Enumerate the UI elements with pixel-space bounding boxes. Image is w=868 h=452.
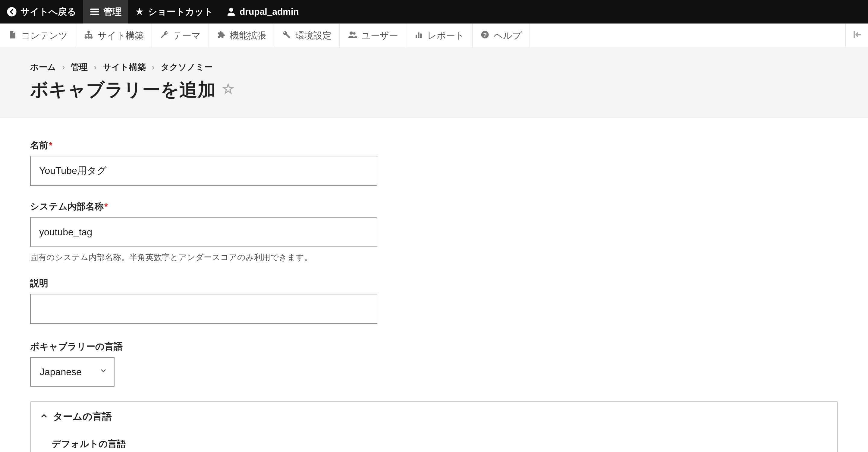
required-marker: *	[104, 201, 108, 211]
wrench-icon	[160, 30, 169, 41]
svg-point-1	[87, 30, 90, 33]
manage-button[interactable]: 管理	[83, 0, 128, 24]
machine-help-text: 固有のシステム内部名称。半角英数字とアンダースコアのみ利用できます。	[30, 252, 838, 263]
svg-point-0	[7, 7, 16, 16]
user-icon	[226, 7, 236, 17]
crumb-home[interactable]: ホーム	[30, 62, 56, 73]
chart-icon	[414, 30, 423, 41]
manage-label: 管理	[103, 6, 121, 18]
menu-structure-label: サイト構築	[98, 30, 144, 42]
menu-help-label: ヘルプ	[494, 30, 522, 42]
menu-config-label: 環境設定	[296, 30, 332, 42]
user-label: drupal_admin	[240, 7, 299, 17]
language-select[interactable]: Japanese	[30, 357, 115, 387]
svg-point-3	[87, 36, 90, 39]
hamburger-icon	[90, 7, 100, 17]
wrench2-icon	[282, 30, 291, 41]
menu-extend[interactable]: 機能拡張	[209, 24, 274, 47]
menu-appearance[interactable]: テーマ	[152, 24, 209, 47]
menu-config[interactable]: 環境設定	[274, 24, 340, 47]
svg-rect-9	[420, 33, 422, 38]
field-language: ボキャブラリーの言語 Japanese	[30, 341, 838, 387]
back-to-site-label: サイトへ戻る	[21, 6, 76, 18]
svg-point-6	[353, 32, 355, 35]
details-summary-label: タームの言語	[53, 410, 112, 423]
toolbar-orientation-toggle[interactable]	[846, 24, 868, 47]
description-label: 説明	[30, 277, 838, 290]
menu-people-label: ユーザー	[361, 30, 398, 42]
menu-help[interactable]: ? ヘルプ	[472, 24, 530, 47]
collapse-icon	[852, 30, 862, 42]
help-icon: ?	[480, 30, 490, 41]
crumb-taxonomy[interactable]: タクソノミー	[161, 62, 213, 73]
name-label: 名前*	[30, 139, 838, 152]
field-machine-name: システム内部名称* 固有のシステム内部名称。半角英数字とアンダースコアのみ利用で…	[30, 200, 838, 263]
back-arrow-icon	[7, 7, 17, 17]
chevron-up-icon	[40, 411, 48, 422]
admin-toolbar: サイトへ戻る 管理 ショートカット drupal_admin	[0, 0, 868, 24]
hierarchy-icon	[84, 30, 93, 41]
puzzle-icon	[217, 30, 226, 41]
menu-structure[interactable]: サイト構築	[76, 24, 152, 47]
svg-point-5	[350, 31, 353, 35]
menu-reports-label: レポート	[427, 30, 464, 42]
svg-text:?: ?	[483, 31, 487, 38]
page-header: ホーム › 管理 › サイト構築 › タクソノミー ボキャブラリーを追加	[0, 48, 868, 118]
menu-reports[interactable]: レポート	[406, 24, 472, 47]
crumb-sep: ›	[94, 62, 96, 72]
svg-rect-7	[415, 35, 417, 38]
crumb-sep: ›	[152, 62, 155, 72]
details-body: デフォルトの言語 サイトのデフォルトの言語 (Japanese)	[31, 432, 837, 452]
required-marker: *	[49, 140, 53, 150]
people-icon	[347, 30, 357, 41]
machine-name-input[interactable]	[30, 217, 377, 247]
admin-menu: コンテンツ サイト構築 テーマ 機能拡張 環境設定 ユーザー レポート ? ヘル…	[0, 24, 868, 48]
field-default-language: デフォルトの言語 サイトのデフォルトの言語 (Japanese)	[52, 438, 816, 452]
svg-rect-8	[418, 32, 420, 38]
star-icon	[135, 7, 144, 17]
back-to-site-button[interactable]: サイトへ戻る	[0, 0, 83, 24]
svg-point-2	[85, 36, 87, 39]
shortcuts-label: ショートカット	[148, 6, 213, 18]
crumb-structure[interactable]: サイト構築	[103, 62, 146, 73]
details-summary[interactable]: タームの言語	[31, 402, 837, 432]
menu-people[interactable]: ユーザー	[340, 24, 406, 47]
breadcrumb: ホーム › 管理 › サイト構築 › タクソノミー	[30, 62, 838, 73]
menu-extend-label: 機能拡張	[230, 30, 266, 42]
name-input[interactable]	[30, 156, 377, 186]
field-name: 名前*	[30, 139, 838, 186]
field-description: 説明	[30, 277, 838, 326]
user-menu-button[interactable]: drupal_admin	[220, 0, 306, 24]
default-language-label: デフォルトの言語	[52, 438, 816, 450]
machine-label: システム内部名称*	[30, 200, 838, 213]
menu-content[interactable]: コンテンツ	[0, 24, 76, 47]
menu-spacer	[530, 24, 846, 47]
description-input[interactable]	[30, 294, 377, 324]
form-content: 名前* システム内部名称* 固有のシステム内部名称。半角英数字とアンダースコアの…	[0, 118, 868, 452]
language-label: ボキャブラリーの言語	[30, 341, 838, 353]
menu-appearance-label: テーマ	[173, 30, 201, 42]
page-title: ボキャブラリーを追加	[30, 78, 216, 102]
svg-point-4	[90, 36, 93, 39]
term-language-details: タームの言語 デフォルトの言語 サイトのデフォルトの言語 (Japanese)	[30, 401, 838, 452]
crumb-admin[interactable]: 管理	[71, 62, 88, 73]
crumb-sep: ›	[62, 62, 65, 72]
menu-content-label: コンテンツ	[21, 30, 68, 42]
file-icon	[8, 30, 17, 41]
shortcuts-button[interactable]: ショートカット	[128, 0, 220, 24]
add-shortcut-star-icon[interactable]	[222, 83, 234, 97]
